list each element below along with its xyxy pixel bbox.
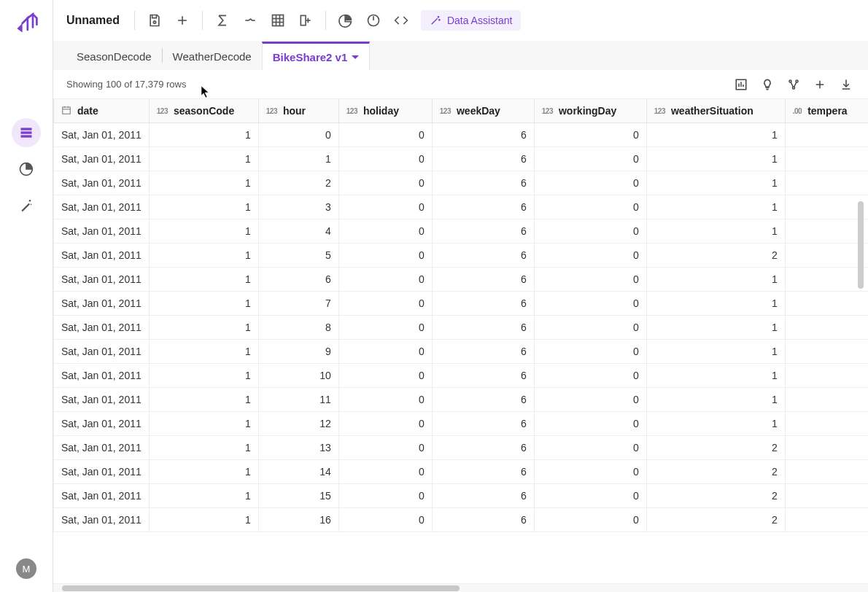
- cell-date[interactable]: Sat, Jan 01, 2011: [54, 484, 150, 508]
- sidebar-wand-icon[interactable]: [12, 191, 41, 220]
- cell-workingDay[interactable]: 0: [534, 268, 646, 292]
- cell-hour[interactable]: 1: [258, 147, 338, 171]
- column-header-date[interactable]: date: [54, 99, 150, 123]
- cell-weatherSituation[interactable]: 1: [646, 171, 785, 195]
- table-row[interactable]: Sat, Jan 01, 20111120601: [54, 412, 869, 436]
- cell-hour[interactable]: 13: [258, 436, 338, 460]
- table-row[interactable]: Sat, Jan 01, 2011150602: [54, 244, 869, 268]
- cell-workingDay[interactable]: 0: [534, 436, 646, 460]
- cell-weatherSituation[interactable]: 1: [646, 147, 785, 171]
- cell-holiday[interactable]: 0: [338, 123, 432, 147]
- cell-holiday[interactable]: 0: [338, 388, 432, 412]
- cell-weekDay[interactable]: 6: [432, 123, 534, 147]
- cell-hour[interactable]: 5: [258, 244, 338, 268]
- cell-seasonCode[interactable]: 1: [149, 412, 258, 436]
- user-avatar[interactable]: M: [16, 558, 36, 579]
- cell-seasonCode[interactable]: 1: [149, 316, 258, 340]
- cell-seasonCode[interactable]: 1: [149, 171, 258, 195]
- table-row[interactable]: Sat, Jan 01, 20111110601: [54, 388, 869, 412]
- column-header-seasonCode[interactable]: 123seasonCode: [149, 99, 258, 123]
- data-assistant-button[interactable]: Data Assistant: [421, 10, 522, 31]
- cell-workingDay[interactable]: 0: [534, 508, 646, 532]
- cell-date[interactable]: Sat, Jan 01, 2011: [54, 508, 150, 532]
- cell-workingDay[interactable]: 0: [534, 123, 646, 147]
- cell-holiday[interactable]: 0: [338, 460, 432, 484]
- cell-tempera[interactable]: [785, 123, 868, 147]
- cell-holiday[interactable]: 0: [338, 195, 432, 219]
- cell-weatherSituation[interactable]: 1: [646, 316, 785, 340]
- cell-holiday[interactable]: 0: [338, 244, 432, 268]
- cell-tempera[interactable]: [785, 412, 868, 436]
- cell-date[interactable]: Sat, Jan 01, 2011: [54, 460, 150, 484]
- cell-tempera[interactable]: [785, 388, 868, 412]
- cell-weatherSituation[interactable]: 1: [646, 195, 785, 219]
- cell-seasonCode[interactable]: 1: [149, 123, 258, 147]
- cell-tempera[interactable]: [785, 219, 868, 244]
- cell-workingDay[interactable]: 0: [534, 316, 646, 340]
- cell-hour[interactable]: 9: [258, 340, 338, 364]
- column-header-holiday[interactable]: 123holiday: [338, 99, 432, 123]
- cell-date[interactable]: Sat, Jan 01, 2011: [54, 364, 150, 388]
- cell-hour[interactable]: 7: [258, 292, 338, 316]
- cell-hour[interactable]: 15: [258, 484, 338, 508]
- cell-seasonCode[interactable]: 1: [149, 268, 258, 292]
- cell-weekDay[interactable]: 6: [432, 147, 534, 171]
- cell-holiday[interactable]: 0: [338, 292, 432, 316]
- cell-weatherSituation[interactable]: 2: [646, 508, 785, 532]
- horizontal-scrollbar-thumb[interactable]: [62, 585, 460, 591]
- cell-holiday[interactable]: 0: [338, 171, 432, 195]
- cell-date[interactable]: Sat, Jan 01, 2011: [54, 219, 150, 244]
- cell-weekDay[interactable]: 6: [432, 268, 534, 292]
- cell-weatherSituation[interactable]: 2: [646, 484, 785, 508]
- table-row[interactable]: Sat, Jan 01, 2011130601: [54, 195, 869, 219]
- cell-weekDay[interactable]: 6: [432, 436, 534, 460]
- cell-weekDay[interactable]: 6: [432, 219, 534, 244]
- cell-seasonCode[interactable]: 1: [149, 484, 258, 508]
- cell-weekDay[interactable]: 6: [432, 340, 534, 364]
- cell-hour[interactable]: 2: [258, 171, 338, 195]
- cell-weatherSituation[interactable]: 1: [646, 292, 785, 316]
- cell-tempera[interactable]: [785, 171, 868, 195]
- cell-hour[interactable]: 16: [258, 508, 338, 532]
- cell-holiday[interactable]: 0: [338, 484, 432, 508]
- cell-workingDay[interactable]: 0: [534, 244, 646, 268]
- cell-hour[interactable]: 14: [258, 460, 338, 484]
- cell-seasonCode[interactable]: 1: [149, 340, 258, 364]
- cell-date[interactable]: Sat, Jan 01, 2011: [54, 147, 150, 171]
- cell-seasonCode[interactable]: 1: [149, 292, 258, 316]
- workbook-title[interactable]: Unnamed: [66, 14, 120, 27]
- cell-weekDay[interactable]: 6: [432, 484, 534, 508]
- cell-holiday[interactable]: 0: [338, 508, 432, 532]
- cell-workingDay[interactable]: 0: [534, 171, 646, 195]
- bulb-icon[interactable]: [759, 76, 776, 93]
- cell-workingDay[interactable]: 0: [534, 484, 646, 508]
- cell-tempera[interactable]: [785, 195, 868, 219]
- cell-tempera[interactable]: [785, 460, 868, 484]
- cell-weatherSituation[interactable]: 1: [646, 123, 785, 147]
- cell-tempera[interactable]: [785, 268, 868, 292]
- cell-workingDay[interactable]: 0: [534, 388, 646, 412]
- table-row[interactable]: Sat, Jan 01, 2011180601: [54, 316, 869, 340]
- column-header-tempera[interactable]: .00tempera: [785, 99, 868, 123]
- column-header-weekDay[interactable]: 123weekDay: [432, 99, 534, 123]
- cell-workingDay[interactable]: 0: [534, 340, 646, 364]
- column-header-weatherSituation[interactable]: 123weatherSituation: [646, 99, 785, 123]
- cell-weatherSituation[interactable]: 2: [646, 244, 785, 268]
- save-icon[interactable]: [142, 8, 167, 33]
- table-viewport[interactable]: date123seasonCode123hour123holiday123wee…: [53, 99, 868, 583]
- download-icon[interactable]: [837, 76, 855, 93]
- cell-hour[interactable]: 6: [258, 268, 338, 292]
- cell-workingDay[interactable]: 0: [534, 195, 646, 219]
- gauge-icon[interactable]: [361, 8, 386, 33]
- table-row[interactable]: Sat, Jan 01, 2011110601: [54, 147, 869, 171]
- table-row[interactable]: Sat, Jan 01, 2011170601: [54, 292, 869, 316]
- relation-icon[interactable]: [785, 76, 802, 93]
- cell-tempera[interactable]: [785, 147, 868, 171]
- cell-date[interactable]: Sat, Jan 01, 2011: [54, 171, 150, 195]
- cell-holiday[interactable]: 0: [338, 340, 432, 364]
- grid-icon[interactable]: [266, 8, 290, 33]
- cell-seasonCode[interactable]: 1: [149, 195, 258, 219]
- cell-weatherSituation[interactable]: 1: [646, 412, 785, 436]
- cell-date[interactable]: Sat, Jan 01, 2011: [54, 388, 150, 412]
- cell-holiday[interactable]: 0: [338, 219, 432, 244]
